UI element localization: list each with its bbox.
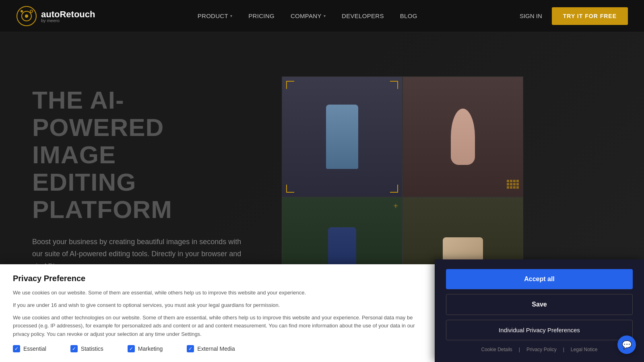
sign-in-link[interactable]: SIGN IN [520,12,542,19]
nav-links: PRODUCT ▾ PRICING COMPANY ▾ DEVELOPERS B… [198,12,417,19]
chat-bubble[interactable]: 💬 [617,335,636,354]
svg-point-3 [21,10,23,12]
legal-notice-link[interactable]: Legal Notice [571,347,598,352]
external-media-checkbox[interactable] [187,345,194,352]
accept-all-button[interactable]: Accept all [446,269,633,289]
navbar: autoRetouch by meero PRODUCT ▾ PRICING C… [0,0,644,32]
company-chevron-icon: ▾ [324,14,326,18]
corner-bracket-bl [286,185,294,193]
marketing-checkbox[interactable] [128,345,135,352]
body-figure [451,109,475,165]
image-body [402,76,523,197]
nav-pricing[interactable]: PRICING [248,12,275,19]
svg-point-4 [30,10,33,12]
corner-bracket-tl [286,81,294,89]
nav-company[interactable]: COMPANY ▾ [291,12,326,19]
cookie-links: Cookie Details | Privacy Policy | Legal … [446,347,633,352]
corner-bracket-br [390,185,398,193]
chat-icon: 💬 [622,340,632,350]
product-chevron-icon: ▾ [230,14,232,18]
nav-product[interactable]: PRODUCT ▾ [198,12,233,19]
cookie-text3: We use cookies and other technologies on… [13,314,430,339]
checkbox-essential[interactable]: Essential [13,345,46,352]
plus-icon-tr: + [393,202,398,211]
nav-developers[interactable]: DEVELOPERS [342,12,384,19]
statistics-checkbox[interactable] [70,345,78,352]
pixel-overlay [507,180,519,189]
cookie-buttons-panel: Accept all Save Individual Privacy Prefe… [435,259,644,362]
privacy-policy-link[interactable]: Privacy Policy [526,347,557,352]
cookie-details-link[interactable]: Cookie Details [481,347,512,352]
cookie-checkboxes: Essential Statistics Marketing External … [13,345,430,352]
jeans-figure [326,105,358,169]
cookie-banner: Privacy Preference We use cookies on our… [0,264,443,362]
checkbox-external-media[interactable]: External Media [187,345,235,352]
try-free-button[interactable]: TRY IT FOR FREE [552,7,628,25]
essential-checkbox[interactable] [13,345,20,352]
nav-blog[interactable]: BLOG [400,12,417,19]
logo[interactable]: autoRetouch by meero [16,6,95,27]
checkbox-marketing[interactable]: Marketing [128,345,163,352]
brand-name: autoRetouch [41,9,95,19]
cookie-text2: If you are under 16 and wish to give con… [13,301,430,310]
image-jeans [282,76,402,197]
individual-preferences-button[interactable]: Individual Privacy Preferences [446,320,633,340]
logo-icon [16,6,37,27]
hero-title: THE AI-POWERED IMAGE EDITING PLATFORM [32,86,250,224]
corner-bracket-tr [390,81,398,89]
checkbox-statistics[interactable]: Statistics [70,345,103,352]
svg-point-2 [25,14,28,18]
cookie-text1: We use cookies on our website. Some of t… [13,289,430,297]
navbar-right: SIGN IN TRY IT FOR FREE [520,7,628,25]
cookie-title: Privacy Preference [13,274,430,283]
save-button[interactable]: Save [446,294,633,315]
